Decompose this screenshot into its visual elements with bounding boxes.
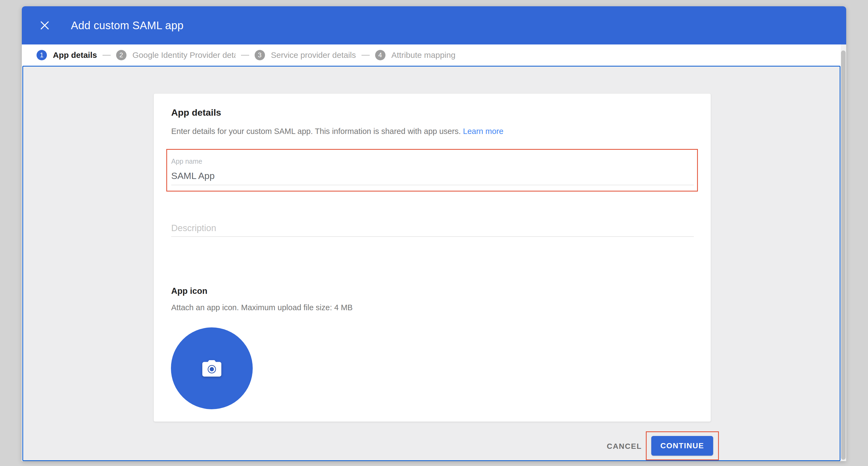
cancel-button[interactable]: CANCEL — [604, 438, 645, 455]
form-card: App details Enter details for your custo… — [153, 93, 711, 422]
screen: Add custom SAML app 1 App details 2 Goog… — [0, 0, 868, 466]
app-name-input[interactable]: SAML App — [171, 171, 215, 181]
step-number-badge: 1 — [36, 50, 47, 60]
dialog-header: Add custom SAML app — [22, 6, 846, 45]
step-number-badge: 4 — [375, 50, 385, 60]
step-number-badge: 2 — [116, 50, 126, 60]
section-title: App details — [171, 107, 221, 118]
step-label: Google Identity Provider details — [132, 51, 236, 60]
description-input[interactable]: Description — [171, 223, 216, 233]
continue-button[interactable]: CONTINUE — [651, 436, 713, 456]
close-button[interactable] — [37, 18, 52, 33]
app-name-underline — [171, 185, 694, 185]
stepper: 1 App details 2 Google Identity Provider… — [22, 45, 846, 66]
description-underline — [171, 236, 694, 237]
step-separator — [362, 55, 370, 56]
close-icon — [40, 21, 50, 30]
camera-icon — [202, 360, 221, 377]
step-separator — [102, 55, 111, 56]
step-number-badge: 3 — [255, 50, 265, 60]
section-description-text: Enter details for your custom SAML app. … — [171, 127, 461, 136]
step-label: App details — [53, 51, 97, 60]
step-item-service-provider-details: 3 Service provider details — [255, 50, 356, 60]
app-icon-upload-button[interactable] — [171, 327, 253, 409]
scrollbar-thumb[interactable] — [841, 51, 846, 460]
section-description: Enter details for your custom SAML app. … — [171, 127, 503, 136]
scrollbar[interactable] — [841, 45, 846, 461]
step-item-google-idp-details: 2 Google Identity Provider details — [116, 50, 236, 60]
step-label: Service provider details — [271, 51, 356, 60]
app-icon-description: Attach an app icon. Maximum upload file … — [171, 303, 353, 312]
step-item-app-details: 1 App details — [36, 50, 97, 60]
app-name-field-label: App name — [171, 157, 202, 165]
step-separator — [241, 55, 249, 56]
app-icon-title: App icon — [171, 286, 208, 296]
add-custom-saml-app-dialog: Add custom SAML app 1 App details 2 Goog… — [22, 6, 846, 461]
content-area: App details Enter details for your custo… — [22, 66, 840, 461]
dialog-title: Add custom SAML app — [71, 19, 183, 32]
learn-more-link[interactable]: Learn more — [463, 127, 503, 136]
step-item-attribute-mapping: 4 Attribute mapping — [375, 50, 456, 60]
step-label: Attribute mapping — [392, 51, 456, 60]
